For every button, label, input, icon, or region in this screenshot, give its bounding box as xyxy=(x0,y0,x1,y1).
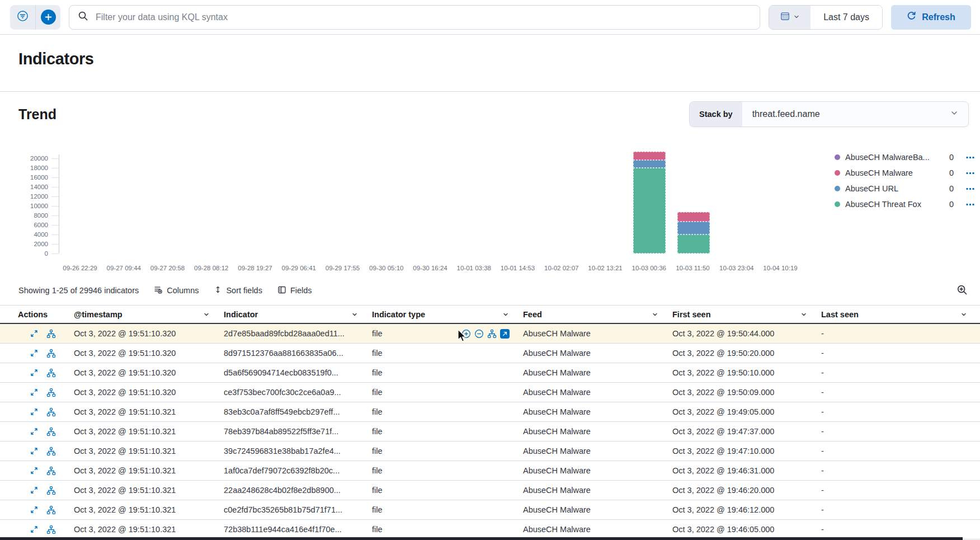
relationships-icon[interactable] xyxy=(46,388,56,397)
table-row[interactable]: Oct 3, 2022 @ 19:51:10.3211af0ca7def7907… xyxy=(0,461,980,481)
relationships-icon[interactable] xyxy=(46,349,56,358)
table-row[interactable]: Oct 3, 2022 @ 19:51:10.32139c724596831e3… xyxy=(0,442,980,461)
y-tick-label: 10000 xyxy=(30,202,48,210)
date-range-value[interactable]: Last 7 days xyxy=(811,6,882,29)
chevron-down-icon[interactable] xyxy=(351,311,359,318)
kql-search-bar[interactable] xyxy=(69,5,760,30)
column-header-label: Feed xyxy=(523,310,542,319)
chevron-down-icon xyxy=(793,12,800,22)
inspect-button[interactable] xyxy=(955,284,969,297)
column-header-last-seen[interactable]: Last seen xyxy=(814,310,974,319)
relationships-icon[interactable] xyxy=(487,329,497,339)
add-filter-button[interactable] xyxy=(35,5,60,30)
bar-segment-abusech-threat-fox[interactable] xyxy=(633,168,666,253)
columns-button[interactable]: Columns xyxy=(154,285,199,296)
chevron-down-icon[interactable] xyxy=(651,311,659,318)
chevron-down-icon[interactable] xyxy=(800,311,808,318)
bar-segment-abusech-malware[interactable] xyxy=(677,212,710,222)
open-details-button[interactable] xyxy=(30,525,39,534)
legend-value: 0 xyxy=(949,153,954,162)
relationships-icon[interactable] xyxy=(46,368,56,378)
relationships-icon[interactable] xyxy=(46,466,56,476)
column-header-timestamp[interactable]: @timestamp xyxy=(67,310,217,319)
open-details-button[interactable] xyxy=(30,486,39,495)
feed-cell: AbuseCH Malware xyxy=(516,388,666,397)
filter-in-button[interactable] xyxy=(461,329,471,339)
legend-item: AbuseCH MalwareBa...0 xyxy=(835,149,974,165)
fields-button[interactable]: Fields xyxy=(277,285,312,296)
bar-segment-abusech-threat-fox[interactable] xyxy=(677,234,710,253)
open-details-button[interactable] xyxy=(30,505,39,514)
bar-segment-abusech-url[interactable] xyxy=(633,160,666,168)
x-tick-label: 09-29 17:55 xyxy=(318,265,368,271)
refresh-icon xyxy=(907,11,916,23)
open-details-button[interactable] xyxy=(30,407,39,416)
open-details-button[interactable] xyxy=(30,427,39,436)
column-header-actions[interactable]: Actions xyxy=(11,310,67,319)
last-seen-cell: - xyxy=(814,368,974,377)
x-tick-label: 10-03 11:50 xyxy=(668,265,718,271)
table-row[interactable]: Oct 3, 2022 @ 19:51:10.320d5a6f569094714… xyxy=(0,363,980,383)
filter-out-button[interactable] xyxy=(474,329,484,339)
row-actions-cell xyxy=(11,466,67,476)
filter-menu-button[interactable] xyxy=(10,5,35,30)
bar-segment-abusech-url[interactable] xyxy=(677,222,710,234)
column-header-indicator[interactable]: Indicator xyxy=(217,310,365,319)
legend-actions-button[interactable] xyxy=(966,156,974,159)
y-tick-mark xyxy=(51,215,59,216)
table-row[interactable]: Oct 3, 2022 @ 19:51:10.3202d7e85baad89fc… xyxy=(0,324,980,344)
y-tick-label: 14000 xyxy=(30,183,48,191)
indicator-type-value: file xyxy=(372,407,383,416)
stack-by-select[interactable]: threat.feed.name xyxy=(742,102,968,126)
table-row[interactable]: Oct 3, 2022 @ 19:51:10.321c0e2fd7bc35265… xyxy=(0,500,980,520)
open-details-button[interactable] xyxy=(30,388,39,397)
relationships-icon[interactable] xyxy=(46,525,56,534)
table-row[interactable]: Oct 3, 2022 @ 19:51:10.32172b38b111e944c… xyxy=(0,520,980,539)
chevron-down-icon[interactable] xyxy=(202,311,210,318)
relationships-icon[interactable] xyxy=(46,486,56,495)
columns-icon xyxy=(154,285,163,296)
legend-actions-button[interactable] xyxy=(966,203,974,206)
x-tick-label: 10-04 10:19 xyxy=(755,265,805,271)
column-header-indicator-type[interactable]: Indicator type xyxy=(365,310,516,319)
last-seen-cell: - xyxy=(814,407,974,416)
open-details-button[interactable] xyxy=(30,466,39,475)
open-details-button[interactable] xyxy=(30,447,39,456)
chevron-down-icon[interactable] xyxy=(502,311,510,318)
indicator-cell: 78eb397b84ab89522f5ff3e71f... xyxy=(217,427,365,436)
refresh-button[interactable]: Refresh xyxy=(891,5,971,30)
chevron-down-icon xyxy=(950,109,959,120)
table-row[interactable]: Oct 3, 2022 @ 19:51:10.32178eb397b84ab89… xyxy=(0,422,980,442)
legend-color-dot xyxy=(835,170,840,176)
quick-select-date-button[interactable] xyxy=(769,6,811,29)
table-row[interactable]: Oct 3, 2022 @ 19:51:10.32122aa248628c4b0… xyxy=(0,481,980,500)
legend-actions-button[interactable] xyxy=(966,171,974,175)
sort-fields-label: Sort fields xyxy=(226,286,262,295)
chevron-down-icon[interactable] xyxy=(960,311,968,318)
open-flyout-button[interactable] xyxy=(500,329,510,339)
open-details-button[interactable] xyxy=(30,329,39,338)
kql-search-input[interactable] xyxy=(95,12,755,23)
x-tick-label: 09-29 06:41 xyxy=(274,265,324,271)
open-details-button[interactable] xyxy=(30,368,39,377)
x-tick-label: 10-02 13:21 xyxy=(580,265,630,271)
relationships-icon[interactable] xyxy=(46,407,56,417)
relationships-icon[interactable] xyxy=(46,329,56,339)
bottom-scrollbar[interactable] xyxy=(0,537,963,540)
relationships-icon[interactable] xyxy=(46,427,56,436)
column-header-first-seen[interactable]: First seen xyxy=(666,310,814,319)
relationships-icon[interactable] xyxy=(46,505,56,515)
sort-fields-button[interactable]: Sort fields xyxy=(214,285,262,295)
relationships-icon[interactable] xyxy=(46,447,56,456)
table-row[interactable]: Oct 3, 2022 @ 19:51:10.3208d971512376aa8… xyxy=(0,344,980,363)
column-header-feed[interactable]: Feed xyxy=(516,310,666,319)
column-header-label: Actions xyxy=(18,310,48,319)
open-details-button[interactable] xyxy=(30,349,39,358)
filter-icon xyxy=(17,10,29,24)
bar-segment-abusech-malware[interactable] xyxy=(633,152,666,159)
table-row[interactable]: Oct 3, 2022 @ 19:51:10.320ce3f753bec700f… xyxy=(0,383,980,402)
table-row[interactable]: Oct 3, 2022 @ 19:51:10.32183eb3c0a7af8ff… xyxy=(0,402,980,422)
legend-actions-button[interactable] xyxy=(966,187,974,191)
results-summary: Showing 1-25 of 29946 indicators xyxy=(18,286,139,295)
indicator-cell: c0e2fd7bc35265b81b75d71f71... xyxy=(217,505,365,514)
